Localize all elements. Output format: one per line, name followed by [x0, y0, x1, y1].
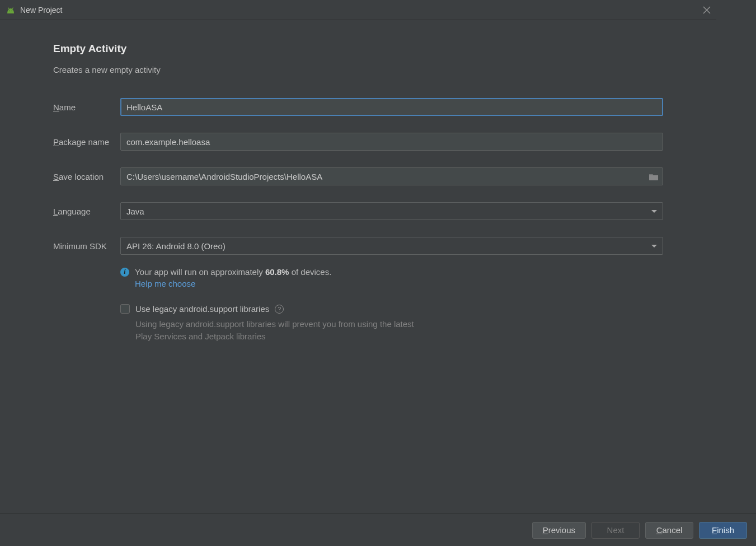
dialog-content: Empty Activity Creates a new empty activ… — [0, 20, 716, 343]
legacy-description: Using legacy android.support libraries w… — [135, 318, 426, 343]
titlebar: New Project — [0, 0, 716, 20]
info-icon: i — [120, 268, 129, 277]
row-language: Language Java — [53, 202, 663, 220]
svg-line-1 — [12, 7, 13, 9]
legacy-label: Use legacy android.support libraries — [135, 304, 269, 314]
android-icon — [6, 6, 16, 14]
minsdk-value: API 26: Android 8.0 (Oreo) — [126, 241, 226, 251]
page-subtitle: Creates a new empty activity — [53, 65, 663, 74]
label-package: Package name — [53, 137, 120, 147]
svg-line-0 — [8, 7, 10, 9]
minsdk-dropdown[interactable]: API 26: Android 8.0 (Oreo) — [120, 237, 663, 255]
row-save: Save location — [53, 167, 663, 185]
label-minsdk: Minimum SDK — [53, 241, 120, 251]
help-icon[interactable]: ? — [275, 305, 284, 314]
folder-icon[interactable] — [649, 172, 659, 180]
dialog-footer: Previous Next Cancel Finish — [0, 514, 716, 521]
chevron-down-icon — [651, 245, 657, 248]
row-package: Package name — [53, 133, 663, 151]
sdk-info: i Your app will run on approximately 60.… — [120, 267, 663, 288]
label-save: Save location — [53, 172, 120, 181]
language-value: Java — [126, 207, 144, 216]
row-name: Name — [53, 98, 663, 116]
close-icon[interactable] — [703, 6, 711, 14]
window-title: New Project — [20, 6, 62, 15]
save-location-input[interactable] — [120, 167, 663, 185]
chevron-down-icon — [651, 210, 657, 213]
package-input[interactable] — [120, 133, 663, 151]
label-name: Name — [53, 102, 120, 112]
svg-point-3 — [12, 10, 13, 11]
page-heading: Empty Activity — [53, 43, 663, 55]
sdk-coverage-text: Your app will run on approximately 60.8%… — [135, 267, 331, 277]
label-language: Language — [53, 207, 120, 216]
legacy-support-checkbox[interactable] — [120, 304, 130, 314]
name-input[interactable] — [120, 98, 663, 116]
language-dropdown[interactable]: Java — [120, 202, 663, 220]
row-minsdk: Minimum SDK API 26: Android 8.0 (Oreo) — [53, 237, 663, 255]
help-me-choose-link[interactable]: Help me choose — [135, 279, 663, 288]
legacy-block: Use legacy android.support libraries ? U… — [120, 304, 663, 343]
svg-point-2 — [9, 10, 10, 11]
